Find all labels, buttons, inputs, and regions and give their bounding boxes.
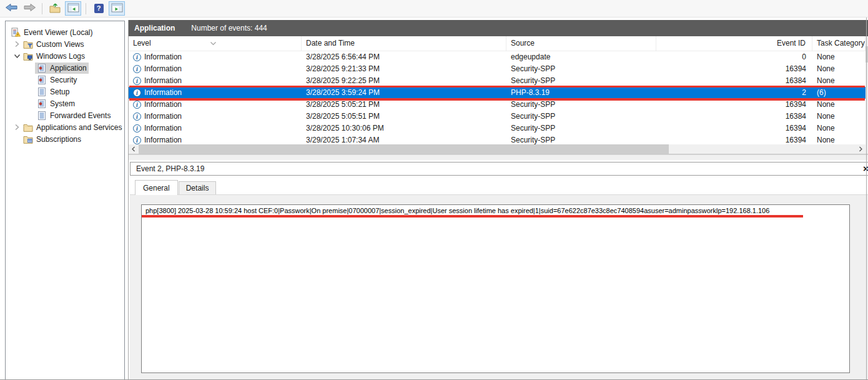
event-count-label: Number of events: 444 — [191, 24, 267, 32]
export-button[interactable] — [47, 1, 63, 16]
tree-item-body: Setup — [35, 86, 71, 98]
tree-item-label: Windows Logs — [36, 52, 85, 61]
information-icon: i — [133, 134, 144, 145]
chevron-right-icon[interactable] — [12, 124, 21, 131]
log-plain-icon — [37, 87, 47, 97]
console-tree-toggle-icon — [67, 3, 79, 14]
tree-item-windows-logs[interactable]: Windows Logs — [6, 50, 124, 62]
event-table: Level Date and Time Source Event ID Task… — [129, 36, 868, 154]
close-icon[interactable]: × — [863, 164, 868, 174]
column-header-task-category[interactable]: Task Category — [812, 36, 866, 51]
information-icon: i — [133, 63, 144, 75]
level-cell: iInformation — [129, 51, 302, 63]
column-header-date-time[interactable]: Date and Time — [302, 36, 506, 51]
tree-item-label: Custom Views — [36, 40, 84, 49]
level-label: Information — [144, 111, 182, 122]
source-cell: Security-SPP — [506, 63, 656, 75]
log-title: Application — [134, 24, 175, 32]
red-annotation-line-top — [129, 86, 865, 88]
tree-item-body: System — [35, 98, 77, 109]
column-header-event-id[interactable]: Event ID — [656, 36, 812, 51]
forward-button[interactable] — [21, 1, 37, 16]
log-red-icon — [37, 75, 47, 85]
level-label: Information — [144, 63, 182, 75]
information-icon: i — [133, 111, 144, 122]
tree-item-label: Event Viewer (Local) — [24, 28, 93, 37]
log-red-icon — [37, 99, 47, 109]
log-plain-icon — [37, 111, 47, 121]
tree-item-label: System — [50, 99, 75, 108]
task-category-cell: None — [812, 51, 866, 63]
column-header-label: Date and Time — [306, 39, 355, 48]
table-header-row: Level Date and Time Source Event ID Task… — [129, 36, 866, 51]
table-row[interactable]: iInformation3/28/2025 3:59:24 PMPHP-8.3.… — [129, 87, 866, 99]
main-panel: Application Number of events: 444 Level … — [128, 20, 868, 379]
level-label: Information — [144, 122, 182, 134]
back-arrow-icon — [5, 2, 18, 14]
pane-splitter[interactable] — [129, 154, 868, 160]
help-button[interactable]: ? — [91, 1, 107, 16]
tab-general[interactable]: General — [135, 180, 178, 195]
preview-pane-titlebar: Event 2, PHP-8.3.19 × — [130, 162, 868, 176]
level-cell: iInformation — [129, 111, 302, 122]
tree-item-system[interactable]: System — [6, 98, 124, 109]
column-header-label: Level — [133, 39, 151, 48]
event-id-cell: 16394 — [656, 134, 812, 145]
preview-pane: Event 2, PHP-8.3.19 × GeneralDetails php… — [129, 160, 868, 379]
horizontal-scrollbar[interactable] — [129, 144, 866, 154]
event-id-cell: 16394 — [656, 63, 812, 75]
tree-item-label: Forwarded Events — [50, 111, 111, 120]
scroll-left-icon[interactable] — [129, 144, 139, 154]
sort-indicator-icon[interactable] — [210, 36, 217, 51]
tree-item-subscriptions[interactable]: Subscriptions — [6, 133, 124, 145]
toggle-console-tree-button[interactable] — [65, 1, 81, 16]
tree-item-custom-views[interactable]: Custom Views — [6, 38, 124, 50]
column-header-level[interactable]: Level — [129, 36, 302, 51]
toggle-action-pane-button[interactable] — [109, 1, 125, 16]
scroll-right-icon[interactable] — [856, 144, 866, 154]
tab-label: Details — [186, 184, 209, 192]
tree-item-applications-and-services-lo[interactable]: Applications and Services Lo — [6, 121, 124, 133]
tree-item-body: Applications and Services Lo — [21, 122, 124, 133]
column-header-label: Task Category — [817, 39, 865, 48]
task-category-cell: (6) — [812, 87, 866, 99]
event-message-box[interactable]: php[3800] 2025-03-28 10:59:24 host CEF:0… — [141, 204, 850, 373]
tree-item-application[interactable]: Application — [6, 62, 124, 74]
tree-item-body: Forwarded Events — [35, 110, 112, 121]
table-row[interactable]: iInformation3/28/2025 6:56:44 PMedgeupda… — [129, 51, 866, 63]
tree-item-forwarded-events[interactable]: Forwarded Events — [6, 109, 124, 121]
information-icon: i — [133, 87, 144, 99]
source-cell: edgeupdate — [506, 51, 656, 63]
tree-item-label: Setup — [50, 88, 69, 96]
chevron-down-icon[interactable] — [12, 52, 21, 59]
tree-item-security[interactable]: Security — [6, 74, 124, 86]
level-cell: iInformation — [129, 122, 302, 134]
table-row[interactable]: iInformation3/28/2025 5:05:51 PMSecurity… — [129, 111, 866, 122]
tree-item-label: Applications and Services Lo — [36, 123, 124, 132]
source-cell: Security-SPP — [506, 111, 656, 122]
tree-item-event-viewer-local[interactable]: Event Viewer (Local) — [6, 26, 124, 38]
tree-item-body: Subscriptions — [21, 134, 83, 145]
tree-item-setup[interactable]: Setup — [6, 86, 124, 98]
datetime-cell: 3/29/2025 1:07:34 AM — [302, 134, 506, 145]
tree-item-body: Windows Logs — [21, 51, 87, 62]
datetime-cell: 3/28/2025 9:21:33 PM — [302, 63, 506, 75]
folder-filter-icon — [23, 39, 33, 49]
chevron-right-icon[interactable] — [12, 41, 21, 48]
tab-details[interactable]: Details — [179, 181, 217, 194]
table-row[interactable]: iInformation3/29/2025 1:07:34 AMSecurity… — [129, 134, 866, 145]
preview-pane-title: Event 2, PHP-8.3.19 — [136, 164, 863, 173]
log-red-icon — [37, 63, 47, 73]
back-button[interactable] — [3, 1, 19, 16]
table-row[interactable]: iInformation3/28/2025 9:21:33 PMSecurity… — [129, 63, 866, 75]
source-cell: Security-SPP — [506, 134, 656, 145]
source-cell: PHP-8.3.19 — [506, 87, 656, 99]
task-category-cell: None — [812, 134, 866, 145]
table-row[interactable]: iInformation3/28/2025 10:30:06 PMSecurit… — [129, 122, 866, 134]
horizontal-scroll-thumb[interactable] — [139, 144, 669, 154]
column-header-source[interactable]: Source — [506, 36, 656, 51]
event-id-cell: 16384 — [656, 111, 812, 122]
toolbar-separator — [86, 3, 86, 14]
console-tree-panel: Event Viewer (Local)Custom ViewsWindows … — [5, 21, 125, 379]
detail-tabs: GeneralDetails — [135, 180, 868, 194]
